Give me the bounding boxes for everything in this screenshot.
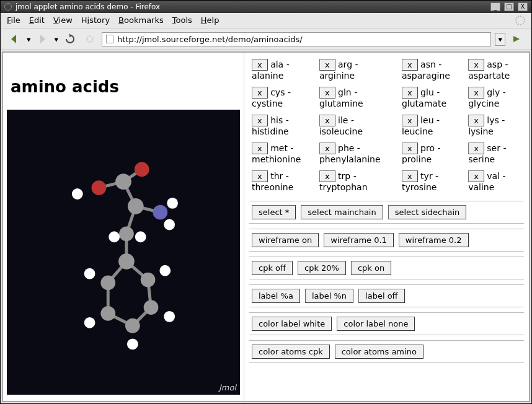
aa-cell-ala: x ala -alanine [249, 56, 317, 84]
cmd-color-atoms-cpk[interactable]: color atoms cpk [252, 345, 330, 359]
aa-cell-tyr: x tyr -tyrosine [399, 168, 466, 196]
svg-point-19 [92, 180, 107, 195]
aa-cell-gly: x gly -glycine [466, 84, 524, 112]
stop-button[interactable] [82, 32, 98, 46]
cmd-color-label-white[interactable]: color label white [252, 317, 332, 331]
cmd-select-[interactable]: select * [252, 205, 296, 219]
aa-button-phe[interactable]: x [319, 143, 335, 154]
svg-point-38 [84, 317, 95, 328]
aa-button-thr[interactable]: x [252, 170, 268, 182]
svg-point-36 [164, 311, 175, 322]
svg-point-40 [135, 231, 146, 242]
svg-point-24 [153, 205, 167, 220]
svg-point-32 [125, 318, 140, 333]
aa-name-phe: phenylalanine [319, 154, 381, 164]
svg-point-28 [118, 253, 135, 270]
svg-point-20 [72, 188, 83, 200]
cmd-select-sidechain[interactable]: select sidechain [388, 205, 467, 219]
menu-help[interactable]: Help [201, 15, 219, 25]
jmol-watermark: Jmol [219, 383, 236, 392]
svg-point-29 [100, 276, 115, 291]
aa-cell-arg: x arg -arginine [317, 56, 399, 84]
back-button[interactable] [7, 32, 23, 46]
aa-button-tyr[interactable]: x [402, 170, 418, 182]
aa-button-pro[interactable]: x [402, 143, 418, 154]
cmd-color-label-none[interactable]: color label none [337, 317, 415, 331]
close-button[interactable]: X [518, 2, 528, 11]
aa-button-ser[interactable]: x [468, 143, 484, 154]
cmd-cpk-on[interactable]: cpk on [351, 261, 391, 275]
menu-file[interactable]: File [7, 15, 20, 25]
aa-name-glu: glutamate [402, 99, 446, 108]
maximize-button[interactable]: □ [504, 2, 514, 11]
aa-name-arg: arginine [319, 71, 355, 81]
jmol-viewer[interactable]: Jmol [7, 110, 240, 395]
aa-cell-his: x his -histidine [249, 112, 317, 140]
cmd-label-off[interactable]: label off [358, 289, 404, 303]
minimize-button[interactable]: _ [490, 2, 500, 11]
menu-view[interactable]: View [53, 15, 73, 25]
page-content: amino acids [2, 51, 530, 402]
cmd-label-n[interactable]: label %n [305, 289, 353, 303]
aa-button-asp[interactable]: x [468, 59, 484, 71]
forward-button[interactable] [35, 32, 51, 46]
back-dropdown-icon[interactable]: ▾ [27, 35, 31, 44]
svg-point-31 [144, 300, 159, 315]
aa-button-gln[interactable]: x [319, 87, 335, 99]
aa-button-lys[interactable]: x [468, 115, 484, 126]
aa-cell-asn: x asn -asparagine [399, 56, 466, 84]
cmd-wireframe-0-2[interactable]: wireframe 0.2 [399, 233, 469, 247]
aa-name-ser: serine [468, 154, 495, 164]
reload-button[interactable] [62, 32, 78, 46]
aa-cell-lys: x lys -lysine [466, 112, 524, 140]
cmd-wireframe-0-1[interactable]: wireframe 0.1 [324, 233, 394, 247]
svg-point-39 [109, 231, 120, 242]
svg-marker-1 [40, 35, 45, 43]
cmd-cpk-20-[interactable]: cpk 20% [298, 261, 346, 275]
throbber-icon [515, 15, 525, 25]
app-icon [4, 3, 12, 11]
menu-history[interactable]: History [81, 15, 110, 25]
cmd-color-atoms-amino[interactable]: color atoms amino [335, 345, 423, 359]
aa-button-leu[interactable]: x [402, 115, 418, 126]
aa-name-ile: isoleucine [319, 126, 363, 136]
aa-cell-thr: x thr -threonine [249, 168, 317, 196]
menu-edit[interactable]: Edit [29, 15, 45, 25]
aa-button-val[interactable]: x [468, 170, 484, 182]
svg-point-26 [164, 219, 175, 231]
aa-cell-asp: x asp -aspartate [466, 56, 524, 84]
command-group-2: cpk offcpk 20%cpk on [249, 257, 524, 279]
aa-button-asn[interactable]: x [402, 59, 418, 71]
url-dropdown-icon[interactable]: ▾ [495, 33, 505, 46]
cmd-label-a[interactable]: label %a [252, 289, 300, 303]
cmd-cpk-off[interactable]: cpk off [252, 261, 293, 275]
aa-name-val: valine [468, 182, 494, 192]
url-text: http://jmol.sourceforge.net/demo/aminoac… [117, 35, 303, 44]
svg-point-23 [128, 198, 144, 214]
menu-bookmarks[interactable]: Bookmarks [118, 15, 164, 25]
aa-button-trp[interactable]: x [319, 170, 335, 182]
aa-cell-ser: x ser -serine [466, 140, 524, 168]
command-group-4: color label whitecolor label none [249, 312, 524, 335]
aa-name-asp: aspartate [468, 71, 510, 81]
aa-button-glu[interactable]: x [402, 87, 418, 99]
aa-button-ala[interactable]: x [252, 59, 268, 71]
aa-button-cys[interactable]: x [252, 87, 268, 99]
aa-button-his[interactable]: x [252, 115, 268, 126]
cmd-wireframe-on[interactable]: wireframe on [252, 233, 319, 247]
aa-name-tyr: tyrosine [402, 182, 437, 192]
aa-name-pro: proline [402, 154, 432, 164]
toolbar: ▾ ▾ http://jmol.sourceforge.net/demo/ami… [1, 29, 531, 50]
go-button[interactable] [509, 32, 525, 46]
page-title: amino acids [11, 77, 240, 96]
menu-tools[interactable]: Tools [172, 15, 192, 25]
cmd-select-mainchain[interactable]: select mainchain [301, 205, 383, 219]
forward-dropdown-icon[interactable]: ▾ [55, 35, 59, 44]
aa-button-arg[interactable]: x [319, 59, 335, 71]
url-bar[interactable]: http://jmol.sourceforge.net/demo/aminoac… [102, 32, 491, 46]
aa-button-gly[interactable]: x [468, 87, 484, 99]
aa-name-met: methionine [252, 154, 301, 164]
aa-cell-pro: x pro -proline [399, 140, 466, 168]
aa-button-met[interactable]: x [252, 143, 268, 154]
aa-button-ile[interactable]: x [319, 115, 335, 126]
